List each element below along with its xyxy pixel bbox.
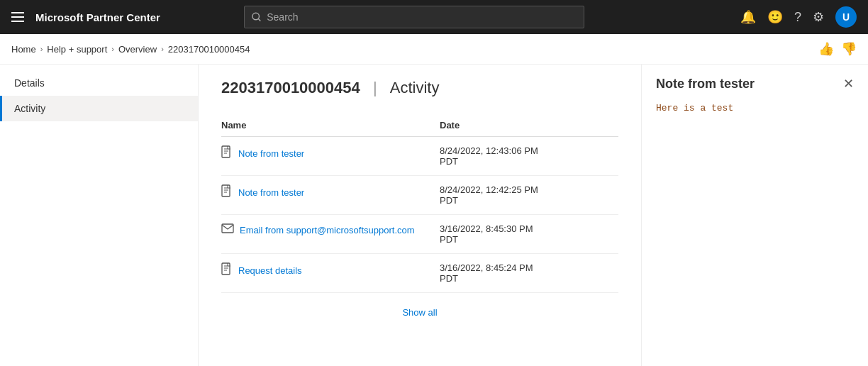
- activity-link-3[interactable]: Request details: [221, 262, 440, 278]
- breadcrumb-sep-2: ›: [111, 45, 114, 53]
- activity-name: Note from tester: [238, 187, 304, 198]
- user-avatar[interactable]: U: [835, 6, 857, 28]
- table-row: Request details 3/16/2022, 8:45:24 PMPDT: [221, 254, 618, 293]
- activity-link-2[interactable]: Email from support@microsoftsupport.com: [221, 223, 440, 236]
- search-icon: [252, 12, 261, 22]
- activity-name: Note from tester: [238, 148, 304, 159]
- page-heading: 2203170010000454 | Activity: [221, 79, 618, 97]
- table-row: Note from tester 8/24/2022, 12:43:06 PMP…: [221, 137, 618, 176]
- col-name: Name: [221, 114, 440, 137]
- heading-separator: |: [369, 79, 382, 97]
- help-icon[interactable]: ?: [794, 10, 801, 25]
- main-layout: Details Activity 2203170010000454 | Acti…: [0, 65, 868, 366]
- breadcrumb-sep-3: ›: [161, 45, 164, 53]
- activity-link-0[interactable]: Note from tester: [221, 145, 440, 161]
- activity-date: 8/24/2022, 12:43:06 PMPDT: [440, 137, 618, 176]
- sidebar-item-activity[interactable]: Activity: [0, 96, 198, 121]
- svg-rect-13: [222, 224, 233, 233]
- note-panel-title: Note from tester: [656, 77, 755, 92]
- document-icon: [221, 184, 233, 200]
- thumbdown-icon[interactable]: 👎: [841, 41, 857, 57]
- notification-icon[interactable]: 🔔: [740, 9, 756, 25]
- note-panel-body: Here is a test: [656, 103, 854, 113]
- breadcrumb-home[interactable]: Home: [11, 44, 36, 55]
- emoji-icon[interactable]: 🙂: [767, 9, 783, 25]
- svg-rect-5: [222, 146, 230, 157]
- ticket-id-heading: 2203170010000454: [221, 79, 360, 97]
- svg-rect-0: [11, 12, 24, 13]
- svg-rect-2: [11, 21, 24, 22]
- main-content: 2203170010000454 | Activity Name Date No…: [199, 65, 641, 366]
- activity-table: Name Date Note from tester 8/24/2022, 12…: [221, 114, 618, 293]
- activity-date: 3/16/2022, 8:45:24 PMPDT: [440, 254, 618, 293]
- document-icon: [221, 145, 233, 161]
- breadcrumb-ticket-id: 2203170010000454: [168, 44, 250, 55]
- thumbup-icon[interactable]: 👍: [818, 41, 834, 57]
- activity-name: Email from support@microsoftsupport.com: [240, 225, 415, 235]
- sidebar: Details Activity: [0, 65, 199, 366]
- search-bar[interactable]: [244, 6, 584, 28]
- breadcrumb: Home › Help + support › Overview › 22031…: [0, 34, 868, 65]
- table-row: Email from support@microsoftsupport.com …: [221, 215, 618, 254]
- email-icon: [221, 223, 234, 236]
- breadcrumb-sep-1: ›: [40, 45, 43, 53]
- topbar-icons: 🔔 🙂 ? ⚙ U: [740, 6, 857, 28]
- settings-icon[interactable]: ⚙: [813, 9, 824, 25]
- note-panel-close-button[interactable]: ✕: [843, 76, 854, 92]
- table-row: Note from tester 8/24/2022, 12:42:25 PMP…: [221, 176, 618, 215]
- sidebar-item-details[interactable]: Details: [0, 70, 198, 96]
- svg-rect-14: [222, 263, 230, 274]
- col-date: Date: [440, 114, 618, 137]
- activity-link-1[interactable]: Note from tester: [221, 184, 440, 200]
- note-panel-header: Note from tester ✕: [656, 76, 854, 92]
- breadcrumb-overview[interactable]: Overview: [118, 44, 157, 55]
- topbar: Microsoft Partner Center 🔔 🙂 ? ⚙ U: [0, 0, 868, 34]
- svg-rect-9: [222, 185, 230, 196]
- svg-rect-1: [11, 16, 24, 18]
- section-name-heading: Activity: [390, 79, 440, 97]
- svg-line-4: [258, 19, 260, 21]
- svg-point-3: [252, 13, 260, 20]
- note-panel: Note from tester ✕ Here is a test: [641, 65, 868, 366]
- show-all-link[interactable]: Show all: [221, 307, 618, 318]
- activity-name: Request details: [238, 265, 302, 276]
- activity-date: 3/16/2022, 8:45:30 PMPDT: [440, 215, 618, 254]
- breadcrumb-actions: 👍 👎: [818, 41, 857, 57]
- hamburger-menu[interactable]: [11, 12, 24, 22]
- breadcrumb-help-support[interactable]: Help + support: [47, 44, 107, 55]
- activity-date: 8/24/2022, 12:42:25 PMPDT: [440, 176, 618, 215]
- document-icon: [221, 262, 233, 278]
- search-input[interactable]: [267, 11, 577, 23]
- app-title: Microsoft Partner Center: [35, 11, 160, 23]
